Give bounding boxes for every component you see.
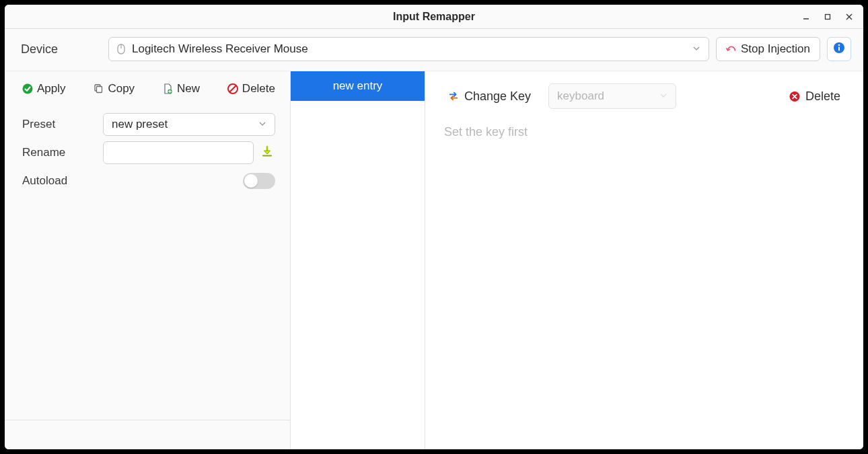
target-mode-text: keyboard bbox=[557, 89, 604, 103]
info-icon bbox=[833, 42, 845, 57]
svg-rect-8 bbox=[838, 46, 840, 50]
target-mode-select[interactable]: keyboard bbox=[548, 83, 676, 109]
stop-injection-label: Stop Injection bbox=[741, 42, 810, 56]
window-title: Input Remapper bbox=[393, 11, 475, 23]
stop-injection-button[interactable]: Stop Injection bbox=[716, 37, 820, 61]
apply-button[interactable]: Apply bbox=[22, 82, 66, 96]
copy-button[interactable]: Copy bbox=[93, 82, 135, 96]
close-circle-icon bbox=[789, 91, 800, 102]
status-bar-area bbox=[5, 420, 290, 449]
minimize-button[interactable] bbox=[796, 7, 816, 26]
new-file-icon bbox=[162, 83, 173, 94]
save-rename-button[interactable] bbox=[259, 145, 275, 161]
svg-point-7 bbox=[838, 44, 840, 46]
svg-rect-11 bbox=[97, 87, 102, 93]
toggle-knob bbox=[244, 174, 258, 188]
copy-label: Copy bbox=[108, 82, 135, 96]
mapping-editor-panel: Change Key keyboard Delete bbox=[425, 71, 863, 449]
delete-preset-label: Delete bbox=[242, 82, 275, 96]
delete-mapping-label: Delete bbox=[805, 89, 840, 104]
rename-input-wrap bbox=[103, 141, 254, 164]
mapping-list-panel: new entry bbox=[291, 71, 425, 449]
delete-mapping-button[interactable]: Delete bbox=[785, 87, 844, 106]
new-label: New bbox=[177, 82, 200, 96]
mapping-entry-selected[interactable]: new entry bbox=[291, 71, 425, 101]
undo-icon bbox=[726, 44, 737, 54]
close-button[interactable] bbox=[839, 7, 859, 26]
download-arrow-icon bbox=[261, 145, 273, 161]
app-window: Input Remapper Device Logitech Wi bbox=[5, 5, 863, 449]
main-columns: Apply Copy New bbox=[5, 71, 863, 449]
device-select[interactable]: Logitech Wireless Receiver Mouse bbox=[108, 37, 709, 61]
mouse-icon bbox=[116, 44, 126, 54]
editor-placeholder: Set the key first bbox=[425, 114, 863, 150]
maximize-button[interactable] bbox=[818, 7, 838, 26]
change-key-button[interactable]: Change Key bbox=[444, 87, 535, 106]
new-button[interactable]: New bbox=[162, 82, 200, 96]
preset-select[interactable]: new preset bbox=[103, 113, 275, 136]
autoload-toggle[interactable] bbox=[243, 173, 275, 189]
check-circle-icon bbox=[22, 83, 33, 94]
preset-actions: Apply Copy New bbox=[5, 71, 290, 104]
preset-form: Preset new preset Rename bbox=[5, 104, 290, 195]
chevron-down-icon bbox=[692, 42, 700, 56]
svg-rect-1 bbox=[826, 14, 830, 19]
preset-label: Preset bbox=[22, 118, 103, 131]
prohibit-icon bbox=[227, 83, 238, 94]
device-row: Device Logitech Wireless Receiver Mouse … bbox=[5, 29, 863, 71]
device-selected-text: Logitech Wireless Receiver Mouse bbox=[132, 42, 308, 56]
change-key-label: Change Key bbox=[464, 89, 531, 104]
preset-selected-text: new preset bbox=[112, 118, 168, 131]
copy-icon bbox=[93, 83, 104, 94]
rename-label: Rename bbox=[22, 146, 103, 159]
svg-point-9 bbox=[23, 84, 33, 94]
left-panel: Apply Copy New bbox=[5, 71, 291, 449]
autoload-label: Autoload bbox=[22, 174, 103, 188]
chevron-down-icon bbox=[258, 118, 266, 131]
window-controls bbox=[796, 5, 859, 28]
device-label: Device bbox=[21, 42, 102, 56]
info-button[interactable] bbox=[827, 37, 851, 61]
chevron-down-icon bbox=[659, 89, 667, 103]
rename-row: Rename bbox=[22, 139, 275, 167]
swap-icon bbox=[448, 91, 459, 102]
delete-preset-button[interactable]: Delete bbox=[227, 82, 275, 96]
mapping-entry-label: new entry bbox=[333, 79, 383, 93]
title-bar: Input Remapper bbox=[5, 5, 863, 29]
autoload-row: Autoload bbox=[22, 167, 275, 195]
apply-label: Apply bbox=[37, 82, 66, 96]
svg-line-14 bbox=[229, 86, 236, 92]
preset-row: Preset new preset bbox=[22, 110, 275, 139]
editor-top-row: Change Key keyboard Delete bbox=[425, 71, 863, 114]
rename-input[interactable] bbox=[112, 142, 245, 163]
